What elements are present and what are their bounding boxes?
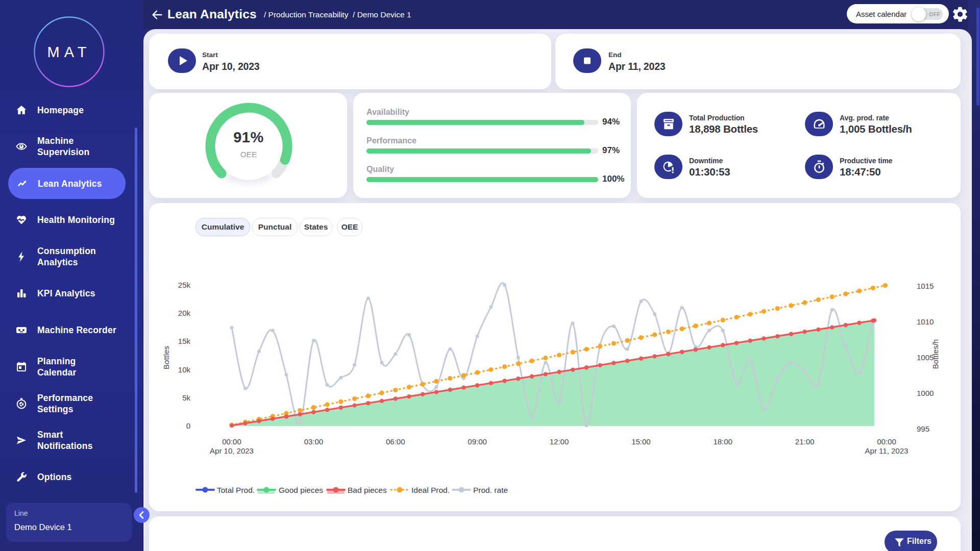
svg-text:5k: 5k xyxy=(182,393,190,402)
svg-text:20k: 20k xyxy=(178,309,191,317)
svg-text:00:00: 00:00 xyxy=(877,437,896,446)
svg-text:03:00: 03:00 xyxy=(304,437,324,446)
svg-text:0: 0 xyxy=(186,421,190,430)
svg-text:09:00: 09:00 xyxy=(468,437,487,446)
svg-text:Apr 11, 2023: Apr 11, 2023 xyxy=(865,446,909,455)
svg-text:1010: 1010 xyxy=(917,317,934,326)
svg-text:21:00: 21:00 xyxy=(795,437,815,446)
svg-text:25k: 25k xyxy=(178,281,191,289)
svg-text:15:00: 15:00 xyxy=(631,437,651,446)
svg-text:00:00: 00:00 xyxy=(222,437,241,446)
svg-text:995: 995 xyxy=(917,424,929,433)
svg-text:Apr 10, 2023: Apr 10, 2023 xyxy=(210,446,254,455)
svg-text:18:00: 18:00 xyxy=(713,437,732,446)
svg-text:06:00: 06:00 xyxy=(386,437,405,446)
svg-text:15k: 15k xyxy=(178,337,191,345)
svg-text:1015: 1015 xyxy=(917,282,934,290)
svg-text:MAT: MAT xyxy=(47,44,91,60)
svg-text:Bottles/h: Bottles/h xyxy=(931,339,940,369)
svg-text:12:00: 12:00 xyxy=(550,437,569,446)
svg-text:1000: 1000 xyxy=(917,389,934,397)
svg-text:10k: 10k xyxy=(178,365,191,374)
svg-text:Bottles: Bottles xyxy=(162,346,170,369)
